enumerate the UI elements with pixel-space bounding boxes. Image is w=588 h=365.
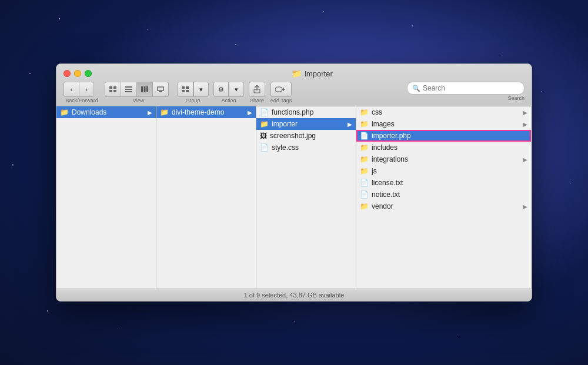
- svg-rect-7: [141, 86, 143, 92]
- share-label: Share: [250, 98, 264, 103]
- folder-icon: 📁: [360, 143, 369, 152]
- content-area: 📁 Downloads ▶ 📁 divi-theme-demo ▶ 📄: [56, 106, 532, 289]
- status-bar: 1 of 9 selected, 43,87 GB available: [56, 289, 532, 301]
- svg-rect-14: [182, 90, 185, 92]
- list-item[interactable]: 📁 integrations ▶: [356, 153, 531, 165]
- search-label: Search: [507, 95, 524, 101]
- list-item[interactable]: 📁 vendor ▶: [356, 200, 531, 212]
- nav-buttons: ‹ ›: [64, 82, 94, 97]
- file-icon: 📄: [260, 108, 269, 116]
- list-item[interactable]: 📄 importer.php: [356, 130, 531, 142]
- add-tags-label: Add Tags: [270, 98, 292, 103]
- list-item[interactable]: 📄 style.css: [256, 142, 356, 153]
- search-icon: 🔍: [412, 85, 420, 92]
- svg-rect-13: [186, 86, 189, 89]
- view-label: View: [133, 98, 144, 103]
- back-forward-label: Back/Forward: [65, 98, 98, 103]
- column-4: 📁 css ▶ 📁 images ▶ 📄 importer.php 📁 incl…: [356, 106, 532, 289]
- list-item[interactable]: 📁 js: [356, 165, 531, 177]
- column-3: 📄 functions.php 📁 importer ▶ 🖼 screensho…: [256, 106, 356, 289]
- file-icon: 📄: [360, 179, 369, 187]
- list-item[interactable]: 📁 includes: [356, 142, 531, 153]
- arrow-icon: ▶: [148, 109, 152, 116]
- column-2-items: 📁 divi-theme-demo ▶: [156, 106, 256, 289]
- action-label: Action: [221, 98, 236, 103]
- action-button[interactable]: ⚙: [213, 82, 229, 97]
- svg-rect-4: [125, 86, 132, 88]
- view-list-btn[interactable]: [121, 82, 136, 97]
- group-button[interactable]: [177, 82, 193, 97]
- folder-icon: 📁: [60, 108, 69, 116]
- arrow-icon: ▶: [523, 109, 527, 116]
- title-bar: 📁 importer ‹ › Back/Forward: [56, 64, 532, 106]
- minimize-button[interactable]: [74, 70, 81, 77]
- list-item[interactable]: 📄 notice.txt: [356, 189, 531, 200]
- column-4-items: 📁 css ▶ 📁 images ▶ 📄 importer.php 📁 incl…: [356, 106, 531, 289]
- file-icon: 🖼: [260, 132, 267, 140]
- folder-icon: 📁: [360, 202, 369, 210]
- folder-icon: 📁: [360, 167, 369, 175]
- column-1-items: 📁 Downloads ▶: [56, 106, 156, 289]
- view-icon-btn[interactable]: [105, 82, 121, 97]
- window-title-text: importer: [305, 69, 333, 78]
- back-button[interactable]: ‹: [64, 82, 79, 97]
- list-item[interactable]: 📁 images ▶: [356, 118, 531, 130]
- folder-icon: 📁: [360, 108, 369, 116]
- svg-rect-8: [144, 86, 146, 92]
- search-box: 🔍: [407, 82, 524, 95]
- folder-icon: 📁: [260, 120, 269, 128]
- window-title: 📁 importer: [100, 69, 524, 78]
- column-1: 📁 Downloads ▶: [56, 106, 156, 289]
- svg-rect-0: [109, 86, 112, 89]
- folder-icon: 📁: [160, 108, 169, 116]
- list-item[interactable]: 📄 license.txt: [356, 177, 531, 189]
- forward-button[interactable]: ›: [79, 82, 94, 97]
- list-item[interactable]: 🖼 screenshot.jpg: [256, 130, 356, 142]
- view-column-btn[interactable]: [136, 82, 152, 97]
- status-text: 1 of 9 selected, 43,87 GB available: [244, 292, 345, 299]
- list-item[interactable]: 📁 css ▶: [356, 106, 531, 118]
- list-item[interactable]: 📁 Downloads ▶: [56, 106, 156, 118]
- file-icon: 📄: [360, 190, 369, 199]
- arrow-icon: ▶: [248, 109, 252, 116]
- close-button[interactable]: [64, 70, 71, 77]
- share-button[interactable]: [249, 82, 265, 97]
- column-2: 📁 divi-theme-demo ▶: [156, 106, 256, 289]
- svg-rect-2: [109, 90, 112, 92]
- svg-rect-1: [113, 86, 116, 89]
- svg-rect-17: [275, 87, 282, 92]
- svg-rect-5: [125, 89, 132, 90]
- list-item[interactable]: 📁 importer ▶: [256, 118, 356, 130]
- svg-rect-11: [159, 91, 162, 92]
- view-buttons: [105, 82, 169, 97]
- folder-icon: 📁: [360, 120, 369, 128]
- svg-rect-10: [158, 87, 163, 91]
- folder-icon: 📁: [360, 155, 369, 163]
- arrow-icon: ▶: [523, 203, 527, 210]
- title-bar-top: 📁 importer: [64, 69, 524, 78]
- arrow-icon: ▶: [348, 121, 352, 128]
- column-3-items: 📄 functions.php 📁 importer ▶ 🖼 screensho…: [256, 106, 356, 289]
- svg-rect-3: [113, 90, 116, 92]
- file-icon: 📄: [260, 143, 269, 152]
- search-input[interactable]: [423, 84, 519, 92]
- arrow-icon: ▶: [523, 121, 527, 128]
- maximize-button[interactable]: [85, 70, 92, 77]
- svg-rect-9: [146, 86, 148, 92]
- view-cover-btn[interactable]: [152, 82, 169, 97]
- list-item[interactable]: 📁 divi-theme-demo ▶: [156, 106, 256, 118]
- arrow-icon: ▶: [523, 156, 527, 163]
- svg-rect-6: [125, 91, 132, 92]
- finder-window: 📁 importer ‹ › Back/Forward: [56, 63, 532, 302]
- svg-rect-12: [182, 86, 185, 89]
- group-label: Group: [185, 98, 200, 103]
- group-arrow-button[interactable]: ▾: [193, 82, 209, 97]
- php-file-icon: 📄: [360, 132, 369, 140]
- action-arrow-button[interactable]: ▾: [229, 82, 244, 97]
- list-item[interactable]: 📄 functions.php: [256, 106, 356, 118]
- svg-rect-15: [186, 90, 189, 92]
- traffic-lights: [64, 70, 92, 77]
- add-tags-button[interactable]: [270, 82, 292, 97]
- title-folder-icon: 📁: [292, 69, 302, 78]
